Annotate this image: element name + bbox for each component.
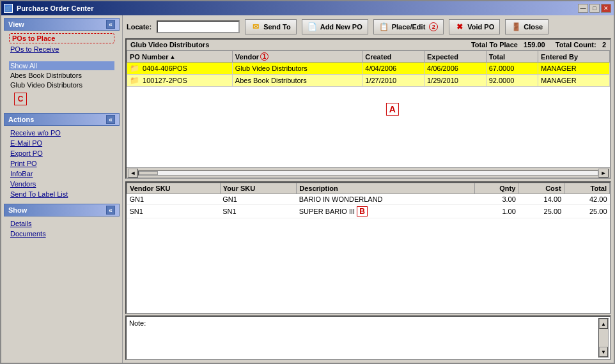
col-total[interactable]: Total <box>564 183 609 194</box>
show-section-title: Show <box>8 206 27 214</box>
lower-section: Vendor SKU Your SKU Description Qnty Cos… <box>125 181 611 360</box>
place-edit-icon: 📋 <box>379 22 389 32</box>
view-section: View « POs to Place POs to Receive <box>4 18 120 56</box>
close-label: Close <box>524 23 543 31</box>
description-cell: BARIO IN WONDERLAND <box>297 194 475 205</box>
total-count-label: Total Count: 2 <box>556 41 606 49</box>
place-edit-badge: 2 <box>429 22 438 31</box>
po-table: PO Number ▲ Vendor 1 <box>127 50 610 87</box>
distributor-name: Glub Video Distributors <box>130 41 209 49</box>
vendor-sku-cell: GN1 <box>127 194 221 205</box>
cost-cell: 14.00 <box>518 194 564 205</box>
expected-cell: 1/29/2010 <box>424 75 486 87</box>
vendor-glub-video[interactable]: Glub Video Distributors <box>9 80 114 89</box>
table-row[interactable]: 📁 100127-2POS Abes Book Distributors 1/2… <box>127 75 610 87</box>
total-to-place-label: Total To Place 159.00 <box>471 41 545 49</box>
scroll-right-btn[interactable]: ► <box>598 169 609 178</box>
your-sku-cell: SN1 <box>220 205 297 218</box>
view-section-title: View <box>8 20 24 28</box>
action-receive-wo-po[interactable]: Receive w/o PO <box>9 128 114 137</box>
col-created[interactable]: Created <box>362 51 424 63</box>
send-to-button[interactable]: ✉ Send To <box>245 19 297 34</box>
col-your-sku[interactable]: Your SKU <box>220 183 297 194</box>
action-print-po[interactable]: Print PO <box>9 159 114 168</box>
action-infobar[interactable]: InfoBar <box>9 169 114 178</box>
col-cost[interactable]: Cost <box>518 183 564 194</box>
close-button[interactable]: 🚪 Close <box>505 19 549 34</box>
label-1-badge: 1 <box>260 52 269 61</box>
vendor-list: Show All Abes Book Distributors Glub Vid… <box>4 59 120 110</box>
upper-table-area: Glub Video Distributors Total To Place 1… <box>125 38 611 179</box>
add-new-po-label: Add New PO <box>320 23 362 31</box>
col-description[interactable]: Description <box>297 183 475 194</box>
col-vendor[interactable]: Vendor 1 <box>232 51 362 63</box>
scroll-down-btn[interactable]: ▼ <box>599 347 608 357</box>
col-entered-by[interactable]: Entered By <box>538 51 610 63</box>
vendor-cell: Glub Video Distributors <box>232 63 362 75</box>
minimize-button[interactable]: — <box>578 4 588 13</box>
close-icon: 🚪 <box>511 22 521 32</box>
folder-icon: 📁 <box>130 64 139 73</box>
label-a-badge: A <box>386 103 399 116</box>
place-edit-label: Place/Edit <box>392 23 426 31</box>
scroll-up-btn[interactable]: ▲ <box>599 319 608 329</box>
h-scrollbar[interactable]: ◄ ► <box>127 167 610 178</box>
maximize-button[interactable]: □ <box>589 4 600 13</box>
your-sku-cell: GN1 <box>220 194 297 205</box>
table-row[interactable]: GN1 GN1 BARIO IN WONDERLAND 3.00 14.00 4… <box>127 194 610 205</box>
show-details-link[interactable]: Details <box>9 219 114 228</box>
vendor-sku-cell: SN1 <box>127 205 221 218</box>
lower-table: Vendor SKU Your SKU Description Qnty Cos… <box>127 183 610 218</box>
label-b-badge: B <box>357 206 368 216</box>
table-row[interactable]: 📁 0404-406POS Glub Video Distributors 4/… <box>127 63 610 75</box>
label-c-badge: C <box>14 93 27 105</box>
show-section-header: Show « <box>4 204 120 216</box>
note-label: Note: <box>128 318 147 328</box>
po-number-cell: 📁 0404-406POS <box>127 63 233 75</box>
add-new-po-icon: 📄 <box>308 22 318 32</box>
vendor-show-all[interactable]: Show All <box>9 61 114 70</box>
pos-to-place-link[interactable]: POs to Place <box>9 33 114 43</box>
action-vendors[interactable]: Vendors <box>9 179 114 188</box>
void-po-icon: ✖ <box>455 22 465 32</box>
col-expected[interactable]: Expected <box>424 51 486 63</box>
content-area: View « POs to Place POs to Receive Show … <box>1 15 614 363</box>
sidebar: View « POs to Place POs to Receive Show … <box>1 15 123 363</box>
place-edit-button[interactable]: 📋 Place/Edit 2 <box>373 19 444 34</box>
scroll-left-btn[interactable]: ◄ <box>128 169 138 178</box>
actions-collapse-btn[interactable]: « <box>106 115 115 124</box>
h-scrollbar-track[interactable] <box>138 171 598 176</box>
action-send-to-label-list[interactable]: Send To Label List <box>9 190 114 199</box>
pos-to-receive-link[interactable]: POs to Receive <box>9 45 114 54</box>
view-collapse-btn[interactable]: « <box>106 20 115 29</box>
po-number-cell: 📁 100127-2POS <box>127 75 233 87</box>
action-email-po[interactable]: E-Mail PO <box>9 139 114 148</box>
title-bar-left: 🛒 Purchase Order Center <box>4 4 93 13</box>
po-table-wrapper[interactable]: PO Number ▲ Vendor 1 <box>127 50 610 167</box>
add-new-po-button[interactable]: 📄 Add New PO <box>302 19 368 34</box>
void-po-button[interactable]: ✖ Void PO <box>449 19 500 34</box>
created-cell: 4/04/2006 <box>362 63 424 75</box>
window-close-button[interactable]: ✕ <box>601 4 611 13</box>
h-scrollbar-thumb[interactable] <box>139 171 158 175</box>
sort-arrow-icon: ▲ <box>170 54 176 60</box>
send-to-label: Send To <box>263 23 291 31</box>
col-po-number[interactable]: PO Number ▲ <box>127 51 233 63</box>
window-title: Purchase Order Center <box>17 4 93 12</box>
vendor-abes-book[interactable]: Abes Book Distributors <box>9 71 114 80</box>
action-export-po[interactable]: Export PO <box>9 149 114 158</box>
col-qnty[interactable]: Qnty <box>474 183 518 194</box>
cost-cell: 25.00 <box>518 205 564 218</box>
locate-input[interactable] <box>157 20 240 33</box>
col-vendor-sku[interactable]: Vendor SKU <box>127 183 221 194</box>
note-scrollbar[interactable]: ▲ ▼ <box>598 318 609 358</box>
void-po-label: Void PO <box>467 23 494 31</box>
show-documents-link[interactable]: Documents <box>9 229 114 238</box>
table-row[interactable]: SN1 SN1 SUPER BARIO III B 1.00 25.00 25.… <box>127 205 610 218</box>
description-cell: SUPER BARIO III B <box>297 205 475 218</box>
main-window: 🛒 Purchase Order Center — □ ✕ View « POs… <box>0 0 615 364</box>
show-collapse-btn[interactable]: « <box>106 206 115 215</box>
col-total[interactable]: Total <box>486 51 538 63</box>
note-input[interactable] <box>151 318 595 358</box>
lower-table-wrapper[interactable]: Vendor SKU Your SKU Description Qnty Cos… <box>125 181 611 314</box>
